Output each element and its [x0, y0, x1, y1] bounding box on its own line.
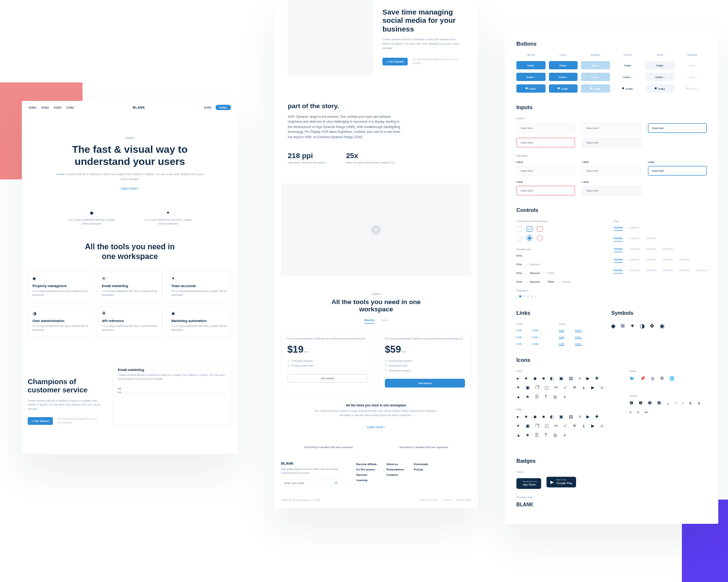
button-sample-icon[interactable]: Index	[516, 84, 546, 93]
tab[interactable]: Inactive	[646, 237, 656, 242]
footer-link[interactable]: About us	[386, 461, 404, 467]
plan-button[interactable]: Get started	[287, 374, 367, 383]
text-input[interactable]	[516, 123, 575, 133]
pagination-dot[interactable]	[531, 295, 533, 297]
link-arrow[interactable]: Link ›	[532, 342, 540, 345]
breadcrumb-item[interactable]: First	[516, 272, 522, 275]
radio-error[interactable]	[537, 235, 543, 241]
text-input-error[interactable]	[516, 186, 575, 195]
nav-link[interactable]: Index	[54, 106, 62, 109]
tab[interactable]: Inactive	[680, 258, 690, 263]
nav-link[interactable]: Index	[29, 106, 36, 109]
email-input[interactable]	[281, 480, 331, 486]
link-hover-arrow[interactable]: Link ›	[575, 329, 582, 332]
tab[interactable]: Inactive	[646, 269, 656, 274]
tool-card[interactable]: ≋ Email marketing It is a long establish…	[97, 271, 163, 302]
link-hover-arrow[interactable]: Link ›	[575, 336, 582, 339]
footer-link[interactable]: Become affiliate	[356, 461, 377, 467]
google-play-badge[interactable]: ▶GET IT ONGoogle Play	[546, 477, 576, 487]
text-input[interactable]	[516, 166, 575, 176]
tool-card[interactable]: ◉ Marketing automation It is a long esta…	[166, 306, 232, 337]
text-input[interactable]	[582, 123, 641, 133]
text-input-focus[interactable]	[648, 123, 707, 133]
tool-card[interactable]: ✦ Team accounts It is a long established…	[166, 271, 232, 302]
pagination-dot[interactable]	[527, 295, 529, 297]
app-store-badge[interactable]: Download on theApp Store	[516, 478, 541, 489]
tab[interactable]: Active	[614, 237, 623, 242]
footer-link[interactable]: Downloads	[414, 461, 428, 467]
link-hover-arrow[interactable]: Link ›	[575, 342, 582, 345]
button-sample-caret[interactable]: Index›	[516, 73, 546, 81]
tab[interactable]: Active	[614, 247, 623, 252]
breadcrumb-item[interactable]: Second	[530, 280, 540, 283]
billing-tab-yearly[interactable]: Yearly	[381, 319, 388, 323]
pagination-dot[interactable]	[523, 295, 525, 297]
link-hover[interactable]: Link	[559, 329, 564, 332]
tab[interactable]: Active	[614, 226, 623, 231]
footer-link[interactable]: Services	[356, 472, 377, 477]
learn-more-link[interactable]: Learn more ›	[367, 425, 385, 429]
text-input-focus[interactable]	[648, 166, 707, 176]
link[interactable]: Link	[516, 336, 522, 339]
button-sample[interactable]: Index	[645, 61, 675, 69]
checkbox-error[interactable]	[537, 226, 543, 232]
video-placeholder[interactable]	[281, 184, 471, 276]
breadcrumb-item[interactable]: First	[516, 280, 522, 283]
tab[interactable]: Inactive	[680, 269, 690, 274]
breadcrumb-item[interactable]: Second	[530, 272, 540, 275]
footer-legal-link[interactable]: Terms of Service	[420, 499, 438, 501]
tab[interactable]: Inactive	[663, 258, 673, 263]
tab[interactable]: Active	[614, 269, 623, 274]
footer-link[interactable]: Learning	[356, 477, 377, 483]
button-sample[interactable]: Index	[549, 61, 578, 69]
tab[interactable]: Inactive	[646, 258, 656, 263]
checkbox[interactable]	[516, 226, 522, 232]
radio-checked[interactable]	[527, 235, 532, 241]
footer-link[interactable]: Go Pro access	[356, 467, 377, 472]
breadcrumb-item[interactable]: Fourth	[562, 280, 570, 283]
get-started-button[interactable]: + Get Started	[28, 417, 53, 425]
checkbox-checked[interactable]	[527, 226, 532, 232]
nav-link[interactable]: Index	[41, 106, 49, 109]
tab[interactable]: Inactive	[663, 247, 673, 252]
button-sample-caret[interactable]: Index›	[645, 73, 675, 81]
footer-link[interactable]: Pricing	[414, 467, 428, 472]
breadcrumb-item[interactable]: First	[516, 254, 522, 257]
nav-link[interactable]: Index	[204, 106, 212, 109]
tool-card[interactable]: ◆ Property managment It is a long establ…	[28, 271, 93, 302]
breadcrumb-item[interactable]: Second	[530, 263, 540, 266]
tab[interactable]: Inactive	[629, 258, 640, 263]
text-input-error[interactable]	[516, 138, 575, 147]
pagination-prev[interactable]: ‹	[516, 295, 517, 298]
tab[interactable]: Inactive	[663, 269, 673, 274]
breadcrumb-item[interactable]: First	[516, 263, 522, 266]
tab[interactable]: Inactive	[629, 269, 640, 274]
footer-legal-link[interactable]: License	[443, 499, 451, 501]
nav-button[interactable]: Index	[215, 105, 231, 110]
tab[interactable]: Inactive	[629, 226, 640, 231]
text-input[interactable]	[582, 166, 641, 176]
breadcrumb-item[interactable]: Third	[547, 272, 554, 275]
button-sample[interactable]: Index	[516, 61, 546, 69]
link-hover[interactable]: Link	[559, 336, 564, 339]
button-sample-caret[interactable]: Index›	[613, 73, 643, 81]
billing-tab-monthly[interactable]: Monthly	[364, 319, 375, 323]
tab[interactable]: Active	[614, 258, 623, 263]
nav-link[interactable]: Index	[66, 106, 74, 109]
button-sample[interactable]: Index	[613, 61, 643, 69]
link-arrow[interactable]: Link ›	[532, 336, 540, 339]
pagination-dot[interactable]	[519, 295, 521, 297]
get-started-button[interactable]: + Get Started	[382, 58, 408, 65]
learn-more-link[interactable]: Learn more ›	[121, 187, 139, 190]
footer-link[interactable]: Contacts	[386, 472, 404, 477]
link-arrow[interactable]: Link ›	[532, 329, 540, 332]
button-sample-icon[interactable]: Index	[613, 84, 643, 93]
tab[interactable]: Inactive	[696, 269, 707, 274]
panel-tab[interactable]: ●●	[118, 387, 121, 392]
tool-card[interactable]: ◑ User administration It is a long estab…	[28, 306, 93, 337]
button-sample-caret[interactable]: Index›	[549, 73, 578, 81]
link[interactable]: Link	[516, 329, 522, 332]
tab[interactable]: Inactive	[629, 237, 640, 242]
breadcrumb-item[interactable]: Third	[547, 280, 554, 283]
submit-button[interactable]: ✉	[331, 480, 341, 486]
